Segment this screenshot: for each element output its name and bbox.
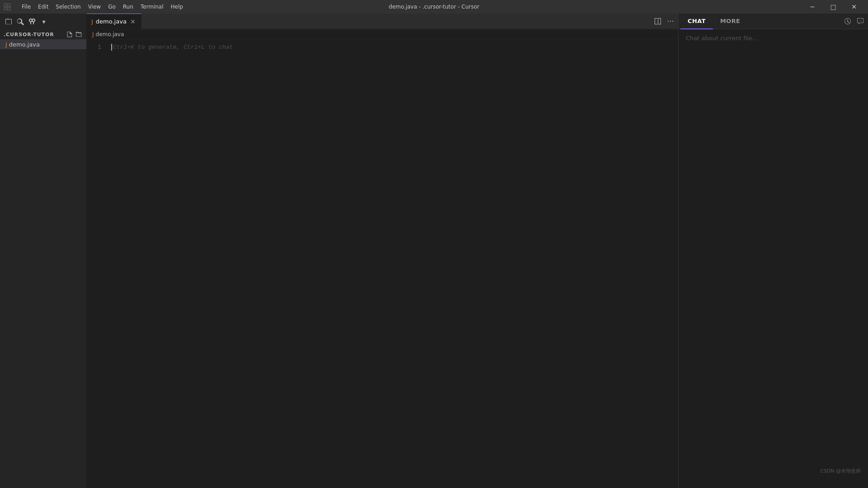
editor-tab-demo-java[interactable]: J demo.java ✕ [87, 14, 142, 29]
breadcrumb: J demo.java [87, 29, 678, 39]
chat-content [679, 47, 868, 488]
chat-history-button[interactable] [842, 15, 854, 27]
titlebar-right: ─ □ ✕ [802, 0, 864, 14]
explorer-actions [66, 30, 83, 38]
new-folder-button[interactable] [75, 30, 83, 38]
editor-content[interactable]: 1 Ctrl+K to generate, Ctrl+L to chat [87, 39, 678, 488]
menu-view[interactable]: View [85, 2, 104, 12]
window-title: demo.java - .cursor-tutor - Cursor [389, 4, 479, 10]
menu-edit[interactable]: Edit [34, 2, 52, 12]
sidebar-explorer-header: .CURSOR-TUTOR [0, 29, 86, 39]
svg-rect-1 [8, 4, 10, 6]
file-item[interactable]: J demo.java [0, 39, 86, 49]
line-numbers: 1 [87, 39, 109, 488]
breadcrumb-label: demo.java [96, 31, 124, 38]
new-file-button[interactable] [66, 30, 74, 38]
titlebar: File Edit Selection View Go Run Terminal… [0, 0, 868, 14]
menu-run[interactable]: Run [119, 2, 137, 12]
java-file-icon: J [5, 41, 7, 48]
menu-terminal[interactable]: Terminal [137, 2, 167, 12]
tab-close-button[interactable]: ✕ [129, 18, 137, 25]
more-actions-button[interactable]: ··· [665, 15, 676, 27]
tab-chat[interactable]: CHAT [680, 14, 713, 29]
close-button[interactable]: ✕ [844, 0, 864, 14]
line-number-1: 1 [87, 43, 105, 52]
menu-help[interactable]: Help [167, 2, 187, 12]
sidebar-explorer-icon[interactable] [4, 17, 14, 27]
maximize-button[interactable]: □ [823, 0, 844, 14]
split-editor-button[interactable] [652, 15, 664, 27]
code-line-1: Ctrl+K to generate, Ctrl+L to chat [109, 43, 678, 52]
tab-bar-right: ··· [650, 14, 678, 29]
editor-placeholder: Ctrl+K to generate, Ctrl+L to chat [113, 43, 233, 52]
editor-area: J demo.java ✕ ··· J demo.java [87, 14, 678, 488]
file-name: demo.java [9, 41, 40, 48]
text-cursor [111, 44, 112, 51]
code-area[interactable]: Ctrl+K to generate, Ctrl+L to chat [109, 39, 678, 488]
chat-placeholder-text: Chat about current file... [679, 29, 868, 47]
sidebar-search-icon[interactable] [15, 17, 25, 27]
menu-file[interactable]: File [18, 2, 34, 12]
sidebar-source-control-icon[interactable] [27, 17, 37, 27]
sidebar-toolbar: ▾ [0, 14, 86, 29]
file-tree: J demo.java [0, 39, 86, 488]
menu-selection[interactable]: Selection [52, 2, 84, 12]
menu-go[interactable]: Go [104, 2, 119, 12]
svg-rect-3 [8, 7, 10, 10]
titlebar-left: File Edit Selection View Go Run Terminal… [4, 2, 187, 12]
svg-rect-2 [4, 7, 7, 10]
breadcrumb-item: J demo.java [92, 31, 124, 38]
app-icon [4, 3, 11, 10]
main-layout: ▾ .CURSOR-TUTOR J demo.java [0, 14, 868, 488]
tab-bar: J demo.java ✕ ··· [87, 14, 678, 29]
explorer-title: .CURSOR-TUTOR [4, 32, 54, 38]
tab-more[interactable]: MORE [713, 14, 747, 29]
sidebar: ▾ .CURSOR-TUTOR J demo.java [0, 14, 87, 488]
tab-java-icon: J [91, 18, 93, 25]
cursor-line: Ctrl+K to generate, Ctrl+L to chat [111, 43, 233, 52]
right-panel-header: CHAT MORE [679, 14, 868, 29]
breadcrumb-file-icon: J [92, 31, 94, 38]
svg-rect-0 [4, 4, 7, 6]
right-panel: CHAT MORE Chat about current file... [678, 14, 868, 488]
menu-bar: File Edit Selection View Go Run Terminal… [18, 2, 187, 12]
sidebar-chevron-icon[interactable]: ▾ [39, 17, 49, 27]
panel-header-right [842, 15, 866, 27]
new-chat-button[interactable] [854, 15, 866, 27]
tab-label: demo.java [96, 18, 127, 25]
minimize-button[interactable]: ─ [802, 0, 823, 14]
